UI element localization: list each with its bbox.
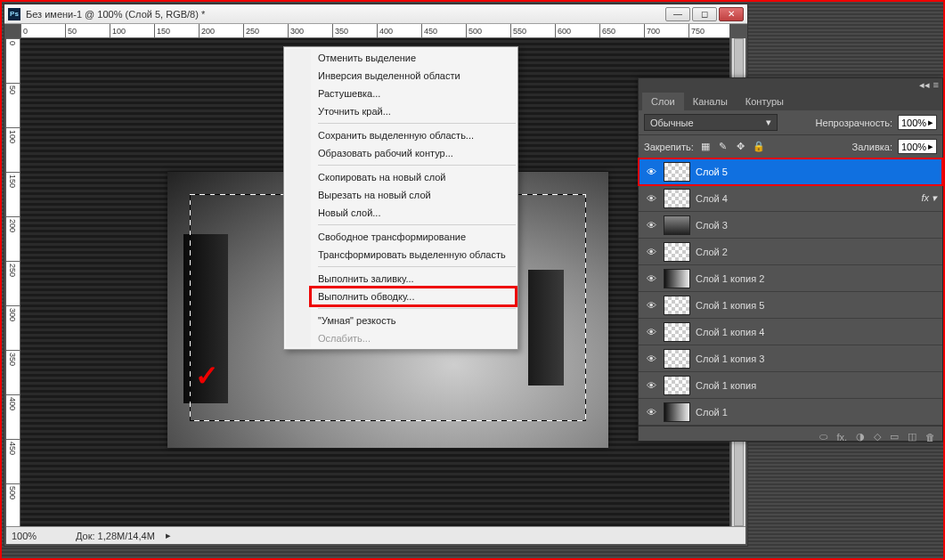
- lock-icon[interactable]: ▦: [699, 141, 712, 152]
- menu-item[interactable]: Уточнить край...: [311, 102, 516, 120]
- visibility-eye-icon[interactable]: 👁: [644, 407, 658, 418]
- panel-action-icon[interactable]: ◑: [856, 431, 865, 442]
- window-title: Без имени-1 @ 100% (Слой 5, RGB/8) *: [26, 9, 665, 20]
- layer-row[interactable]: 👁Слой 1 копия: [639, 372, 942, 399]
- ruler-horizontal[interactable]: 0501001502002503003504004505005506006507…: [20, 24, 729, 38]
- layer-row[interactable]: 👁Слой 1 копия 4: [639, 319, 942, 345]
- lock-icon[interactable]: 🔒: [753, 141, 765, 152]
- layer-row[interactable]: 👁Слой 4fx ▾: [639, 185, 942, 212]
- ruler-tick: 0: [20, 24, 65, 37]
- lock-icon[interactable]: ✥: [735, 141, 747, 152]
- menu-item[interactable]: Скопировать на новый слой: [311, 168, 516, 186]
- layer-thumbnail[interactable]: [664, 269, 690, 288]
- visibility-eye-icon[interactable]: 👁: [644, 220, 658, 231]
- layer-name[interactable]: Слой 1: [696, 407, 728, 418]
- panel-action-icon[interactable]: ◇: [874, 431, 881, 442]
- layer-thumbnail[interactable]: [664, 215, 690, 235]
- menu-item[interactable]: "Умная" резкость: [311, 312, 516, 329]
- layer-name[interactable]: Слой 1 копия 5: [696, 300, 764, 311]
- ruler-tick: 400: [6, 394, 20, 439]
- menu-item[interactable]: Отменить выделение: [311, 49, 516, 67]
- opacity-input[interactable]: 100%▸: [898, 115, 937, 130]
- layer-name[interactable]: Слой 1 копия: [696, 380, 756, 391]
- menu-item[interactable]: Свободное трансформирование: [311, 228, 516, 246]
- layer-row[interactable]: 👁Слой 1 копия 2: [639, 265, 942, 292]
- panel-tab[interactable]: Контуры: [737, 93, 793, 110]
- dropdown-arrow-icon: ▾: [766, 117, 771, 128]
- visibility-eye-icon[interactable]: 👁: [644, 166, 658, 177]
- lock-icon[interactable]: ✎: [717, 141, 729, 152]
- layer-name[interactable]: Слой 1 копия 2: [696, 273, 764, 284]
- panel-menu-icon[interactable]: ≡: [933, 79, 939, 90]
- ruler-tick: 50: [65, 24, 110, 37]
- menu-separator: [318, 165, 516, 166]
- visibility-eye-icon[interactable]: 👁: [644, 380, 658, 391]
- menu-item[interactable]: Вырезать на новый слой: [311, 186, 516, 204]
- layer-thumbnail[interactable]: [664, 376, 690, 395]
- panel-tab[interactable]: Каналы: [684, 93, 737, 110]
- menu-item[interactable]: Растушевка...: [311, 85, 516, 102]
- panel-tab[interactable]: Слои: [642, 93, 684, 110]
- visibility-eye-icon[interactable]: 👁: [644, 300, 658, 311]
- ruler-tick: 700: [644, 24, 688, 37]
- blend-mode-select[interactable]: Обычные ▾: [644, 114, 778, 131]
- panel-action-icon[interactable]: ⬭: [819, 431, 827, 442]
- lock-label: Закрепить:: [644, 142, 694, 152]
- menu-item[interactable]: Инверсия выделенной области: [311, 67, 516, 85]
- layer-name[interactable]: Слой 4: [696, 193, 728, 204]
- layer-row[interactable]: 👁Слой 2: [639, 239, 942, 265]
- maximize-button[interactable]: ◻: [692, 7, 717, 21]
- menu-item[interactable]: Сохранить выделенную область...: [311, 126, 516, 144]
- panel-header[interactable]: ◂◂ ≡: [639, 78, 942, 91]
- layer-thumbnail[interactable]: [664, 349, 690, 369]
- layer-thumbnail[interactable]: [664, 402, 690, 422]
- layer-row[interactable]: 👁Слой 1: [639, 399, 942, 426]
- layer-name[interactable]: Слой 5: [696, 166, 728, 177]
- ruler-tick: 500: [6, 483, 20, 526]
- fill-input[interactable]: 100%▸: [898, 139, 937, 154]
- opacity-label: Непрозрачность:: [816, 118, 892, 128]
- menu-item[interactable]: Трансформировать выделенную область: [311, 246, 516, 264]
- close-button[interactable]: ✕: [719, 7, 744, 21]
- layer-thumbnail[interactable]: [664, 162, 690, 182]
- layer-row[interactable]: 👁Слой 1 копия 5: [639, 292, 942, 319]
- layer-name[interactable]: Слой 1 копия 3: [696, 353, 764, 364]
- layer-thumbnail[interactable]: [664, 322, 690, 342]
- menu-item[interactable]: Образовать рабочий контур...: [311, 144, 516, 162]
- titlebar[interactable]: Ps Без имени-1 @ 100% (Слой 5, RGB/8) * …: [4, 4, 747, 24]
- context-menu[interactable]: Отменить выделениеИнверсия выделенной об…: [283, 46, 518, 350]
- layer-thumbnail[interactable]: [664, 189, 690, 208]
- minimize-button[interactable]: —: [665, 7, 690, 21]
- menu-item[interactable]: Выполнить заливку...: [311, 270, 516, 288]
- ruler-tick: 50: [6, 83, 20, 127]
- layer-name[interactable]: Слой 1 копия 4: [696, 327, 764, 337]
- ruler-tick: 300: [288, 24, 332, 37]
- status-arrow-icon[interactable]: ▸: [166, 530, 171, 541]
- layer-name[interactable]: Слой 3: [696, 220, 728, 231]
- layer-thumbnail[interactable]: [664, 242, 690, 262]
- statusbar: 100% Док: 1,28M/14,4M ▸: [6, 526, 745, 544]
- ruler-tick: 250: [243, 24, 288, 37]
- visibility-eye-icon[interactable]: 👁: [644, 193, 658, 204]
- layer-fx-icon[interactable]: fx ▾: [921, 192, 937, 204]
- panel-action-icon[interactable]: ◫: [908, 431, 916, 442]
- visibility-eye-icon[interactable]: 👁: [644, 327, 658, 337]
- ruler-vertical[interactable]: 050100150200250300350400450500: [6, 38, 20, 526]
- layer-row[interactable]: 👁Слой 5: [639, 158, 942, 185]
- layer-thumbnail[interactable]: [664, 296, 690, 315]
- layers-panel[interactable]: ◂◂ ≡ СлоиКаналыКонтуры Обычные ▾ Непрозр…: [638, 77, 943, 442]
- ruler-tick: 500: [466, 24, 510, 37]
- panel-action-icon[interactable]: ▭: [890, 431, 899, 442]
- collapse-arrow-icon[interactable]: ◂◂: [919, 79, 930, 91]
- visibility-eye-icon[interactable]: 👁: [644, 353, 658, 364]
- panel-action-icon[interactable]: 🗑: [925, 432, 935, 442]
- panel-action-icon[interactable]: fx.: [836, 432, 847, 442]
- zoom-level[interactable]: 100%: [12, 531, 65, 541]
- menu-item[interactable]: Новый слой...: [311, 204, 516, 222]
- visibility-eye-icon[interactable]: 👁: [644, 247, 658, 257]
- visibility-eye-icon[interactable]: 👁: [644, 273, 658, 284]
- layer-row[interactable]: 👁Слой 1 копия 3: [639, 345, 942, 372]
- layer-name[interactable]: Слой 2: [696, 247, 728, 257]
- menu-item[interactable]: Выполнить обводку...: [311, 288, 516, 305]
- layer-row[interactable]: 👁Слой 3: [639, 212, 942, 239]
